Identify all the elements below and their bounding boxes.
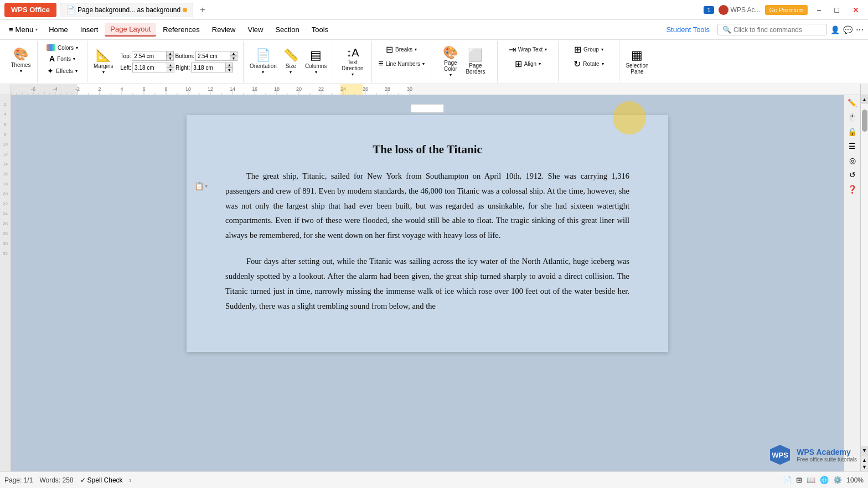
page-borders-button[interactable]: ⬜ Page Borders [463,48,488,76]
menu-label: Menu [16,25,34,34]
colors-button[interactable]: Colors ▾ [44,43,81,52]
prev-page-button[interactable]: ▲ [862,458,867,463]
right-panel-lock-icon[interactable]: 🔒 [848,127,857,136]
student-tools-button[interactable]: Student Tools [662,23,714,36]
rotate-button[interactable]: ↻ Rotate ▾ [571,58,606,70]
menu-insert[interactable]: Insert [75,23,104,36]
group-button[interactable]: ⊞ Group ▾ [571,43,606,56]
colors-top: Colors ▾ A Fonts ▾ ✦ Effects ▾ [44,43,81,80]
margin-top-up[interactable]: ▲ [166,51,174,56]
wrap-text-button[interactable]: ⇥ Wrap Text ▾ [506,43,550,56]
spell-check-button[interactable]: ✓ Spell Check [80,476,123,484]
margin-num: 10 [3,139,8,149]
close-button[interactable]: ✕ [848,6,864,14]
comment-button[interactable]: 💬 [843,25,852,34]
go-premium-button[interactable]: Go Premium [765,5,808,15]
effects-button[interactable]: ✦ Effects ▾ [44,65,80,76]
text-direction-button[interactable]: ↕A Text Direction ▾ [339,45,366,78]
document-scroll-area[interactable]: 📋 ▾ The loss of the Titanic The great sh… [11,95,844,471]
breaks-button[interactable]: ⊟ Breaks ▾ [383,43,420,56]
spell-check-label: Spell Check [87,476,123,484]
hamburger-menu[interactable]: ≡ Menu ▾ [4,23,42,36]
vertical-scrollbar[interactable]: ▲ ▼ ▲ ▼ [860,95,868,471]
next-page-button[interactable]: ▼ [862,464,867,470]
margin-num: 12 [3,149,8,159]
right-panel-cursor-icon[interactable]: 🖱️ [848,113,857,122]
margin-num: 30 [3,239,8,249]
wps-logo-button[interactable]: WPS Office [4,3,56,17]
svg-text:30: 30 [407,86,412,92]
scroll-down-button[interactable]: ▼ [861,446,868,455]
scroll-up-button[interactable]: ▲ [861,95,868,104]
margin-bottom-up[interactable]: ▲ [230,51,237,56]
wps-academy-line1: WPS Academy [797,448,857,456]
wps-account-button[interactable]: WPS Ac... [719,5,761,15]
columns-button[interactable]: ▤ Columns ▾ [302,48,329,75]
layout-read-button[interactable]: 📖 [807,476,815,484]
orientation-button[interactable]: 📄 Orientation ▾ [247,48,280,75]
svg-text:4: 4 [120,86,123,92]
menu-review[interactable]: Review [206,23,241,36]
document-tab[interactable]: 📄 Page background... as background [60,3,193,17]
maximize-button[interactable]: □ [830,6,844,14]
menu-home[interactable]: Home [43,23,74,36]
page-info: Page: 1/1 [4,476,33,484]
margin-right-up[interactable]: ▲ [225,63,233,68]
document-paragraph-1: The great ship, Titanic, sailed for New … [225,169,629,243]
margin-top-down[interactable]: ▼ [166,56,174,61]
hamburger-icon: ≡ [9,25,13,34]
line-numbers-button[interactable]: ≡ Line Numbers ▾ [375,58,427,70]
align-arrow: ▾ [539,61,541,66]
right-panel-rotate-icon[interactable]: ↺ [849,170,856,179]
menu-view[interactable]: View [242,23,268,36]
size-icon: 📏 [283,49,298,62]
effects-arrow: ▾ [75,69,78,74]
menu-page-layout[interactable]: Page Layout [105,23,156,37]
fonts-button[interactable]: A Fonts ▾ [46,53,78,64]
size-button[interactable]: 📏 Size ▾ [281,48,301,75]
fonts-arrow: ▾ [73,56,75,61]
right-panel-circle-icon[interactable]: ◎ [849,156,856,165]
command-search-input[interactable] [733,26,822,34]
share-button[interactable]: 👤 [830,25,840,34]
ruler-corner [0,84,11,95]
layout-normal-button[interactable]: 📄 [783,476,792,484]
margin-left-down[interactable]: ▼ [167,68,174,72]
more-options-button[interactable]: ⋯ [856,25,864,34]
margin-bottom-down[interactable]: ▼ [230,56,237,61]
layout-full-button[interactable]: ⊞ [796,476,802,484]
columns-arrow: ▾ [315,70,317,75]
margin-left-up[interactable]: ▲ [167,63,174,68]
right-panel-list-icon[interactable]: ☰ [849,142,856,150]
right-panel-edit-icon[interactable]: ✏️ [848,98,857,107]
menu-right: Student Tools 🔍 👤 💬 ⋯ [662,23,864,36]
margins-button[interactable]: 📐 Margins ▾ [91,48,116,75]
tab-title: Page background... as background [78,6,180,14]
svg-text:22: 22 [318,86,324,92]
right-panel-help-icon[interactable]: ❓ [848,185,857,194]
ribbon-group-margins: 📐 Margins ▾ Top: ▲ ▼ Bottom: ▲ [87,41,244,82]
page-color-button[interactable]: 🎨 Page Color ▾ [440,45,461,79]
margin-right-down[interactable]: ▼ [225,68,233,72]
account-avatar [719,5,728,15]
command-search-bar[interactable]: 🔍 [717,24,827,35]
scroll-track[interactable] [861,104,868,446]
menu-references[interactable]: References [157,23,205,36]
page-indicator-box [411,104,444,113]
new-tab-button[interactable]: + [197,5,208,15]
ruler-svg: -6 -4 -2 2 4 6 8 10 12 14 16 18 20 22 24… [11,84,860,95]
minimize-button[interactable]: − [812,6,825,14]
menu-tools[interactable]: Tools [306,23,334,36]
breaks-arrow: ▾ [415,47,417,52]
menu-section[interactable]: Section [270,23,304,36]
ribbon-group-colors: Colors ▾ A Fonts ▾ ✦ Effects ▾ [38,41,87,82]
layout-outline-button[interactable]: ⚙️ [833,476,842,484]
selection-pane-button[interactable]: ▦ Selection Pane [623,48,651,76]
wps-logo-svg: WPS [768,443,792,467]
selection-pane-top: ▦ Selection Pane [623,43,651,80]
scroll-thumb[interactable] [862,110,867,132]
align-button[interactable]: ⊞ Align ▾ [512,58,544,70]
layout-web-button[interactable]: 🌐 [820,476,829,484]
themes-button[interactable]: 🎨 Themes ▾ [8,46,33,74]
paragraph-icon[interactable]: 📋 ▾ [194,181,208,190]
